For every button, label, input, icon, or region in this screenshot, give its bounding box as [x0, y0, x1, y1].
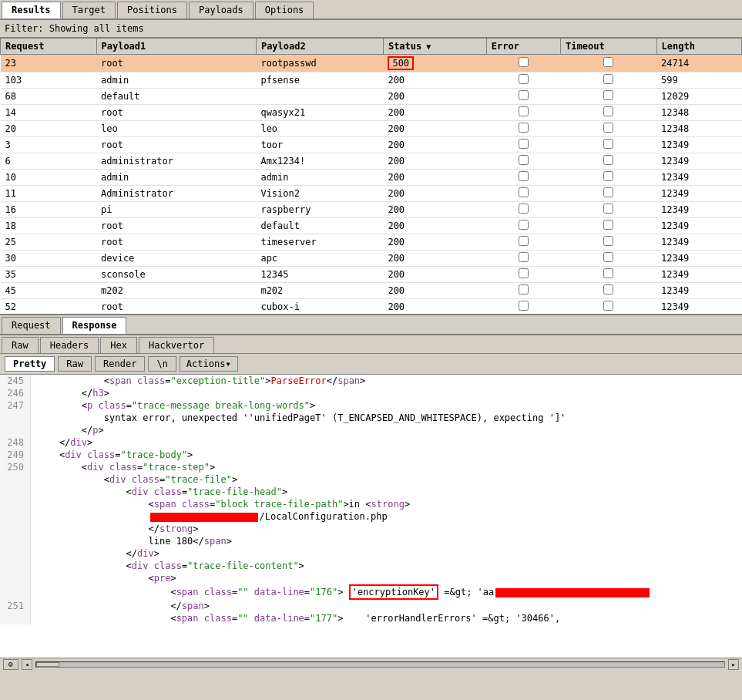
raw-button[interactable]: Raw	[58, 356, 92, 372]
table-row[interactable]: 45m202m20220012349	[1, 283, 742, 299]
line-content: <span class="block trace-file-path">in <…	[31, 498, 742, 510]
cell-length: 12349	[656, 218, 741, 234]
cell-error	[486, 137, 560, 153]
cell-length: 12348	[656, 105, 741, 121]
table-row[interactable]: 25roottimeserver20012349	[1, 234, 742, 251]
cell-status: 200	[383, 202, 486, 218]
cell-error	[486, 299, 560, 315]
line-number	[0, 510, 31, 523]
line-content: <p class="trace-message break-long-words…	[31, 399, 742, 412]
code-line-cont-8: line 180</span>	[0, 535, 742, 547]
tab-request[interactable]: Request	[2, 317, 61, 334]
actions-button[interactable]: Actions	[180, 356, 238, 372]
cell-payload2: m202	[256, 283, 383, 299]
line-content: <span class="exception-title">ParseError…	[31, 375, 742, 387]
cell-request: 18	[1, 218, 97, 234]
tab-response[interactable]: Response	[62, 317, 127, 334]
cell-request: 3	[1, 137, 97, 153]
code-line-cont-4: <div class="trace-file-head">	[0, 486, 742, 498]
cell-request: 6	[1, 153, 97, 170]
scroll-left-btn[interactable]: ◂	[22, 659, 32, 670]
line-number	[0, 547, 31, 560]
tab-options[interactable]: Options	[255, 2, 314, 19]
cell-payload1: sconsole	[96, 267, 256, 283]
code-line-cont-13: <span class="" data-line="177"> 'errorHa…	[0, 612, 742, 624]
tab-raw[interactable]: Raw	[2, 337, 39, 353]
cell-error	[486, 72, 560, 89]
col-status[interactable]: Status	[383, 39, 486, 55]
table-row[interactable]: 30deviceapc20012349	[1, 251, 742, 267]
render-button[interactable]: Render	[95, 356, 145, 372]
line-number	[0, 535, 31, 547]
pretty-button[interactable]: Pretty	[5, 356, 55, 372]
settings-icon[interactable]: ⚙	[3, 659, 18, 670]
col-payload2[interactable]: Payload2	[256, 39, 383, 55]
cell-error	[486, 267, 560, 283]
line-content: <span class="" data-line="176"> 'encrypt…	[31, 584, 742, 600]
col-error[interactable]: Error	[486, 39, 560, 55]
col-payload1[interactable]: Payload1	[96, 39, 256, 55]
cell-error	[486, 105, 560, 121]
code-line-cont-11: <pre>	[0, 572, 742, 584]
results-table: Request Payload1 Payload2 Status Error T…	[0, 38, 742, 315]
cell-payload2: raspberry	[256, 202, 383, 218]
code-line-cont-3: <div class="trace-file">	[0, 473, 742, 486]
line-content: </div>	[31, 547, 742, 560]
scroll-right-btn[interactable]: ▸	[728, 659, 739, 670]
line-number	[0, 523, 31, 535]
table-row[interactable]: 3roottoor20012349	[1, 137, 742, 153]
table-row[interactable]: 14rootqwasyx2120012348	[1, 105, 742, 121]
cell-request: 16	[1, 202, 97, 218]
cell-payload1: root	[96, 218, 256, 234]
tab-hex[interactable]: Hex	[100, 337, 137, 353]
tab-hackvertor[interactable]: Hackvertor	[139, 337, 214, 353]
cell-error	[486, 55, 560, 72]
line-content: line 180</span>	[31, 535, 742, 547]
cell-payload1: device	[96, 251, 256, 267]
scroll-track[interactable]	[35, 661, 725, 668]
table-row[interactable]: 68default20012029	[1, 89, 742, 105]
cell-payload2: timeserver	[256, 234, 383, 251]
cell-payload1: administrator	[96, 153, 256, 170]
tab-results[interactable]: Results	[2, 2, 61, 19]
tab-positions[interactable]: Positions	[117, 2, 187, 19]
cell-payload2: leo	[256, 121, 383, 137]
cell-request: 68	[1, 89, 97, 105]
table-row[interactable]: 6administratorAmx1234!20012349	[1, 153, 742, 170]
cell-length: 12349	[656, 170, 741, 186]
cell-request: 45	[1, 283, 97, 299]
cell-request: 23	[1, 55, 97, 72]
tab-target[interactable]: Target	[62, 2, 116, 19]
table-row[interactable]: 16piraspberry20012349	[1, 202, 742, 218]
tab-payloads[interactable]: Payloads	[189, 2, 253, 19]
col-request[interactable]: Request	[1, 39, 97, 55]
cell-length: 12349	[656, 234, 741, 251]
cell-request: 14	[1, 105, 97, 121]
cell-timeout	[561, 186, 657, 202]
tab-headers[interactable]: Headers	[40, 337, 99, 353]
scroll-thumb[interactable]	[36, 662, 59, 667]
table-row[interactable]: 11AdministratorVision220012349	[1, 186, 742, 202]
table-row[interactable]: 10adminadmin20012349	[1, 170, 742, 186]
table-row[interactable]: 103adminpfsense200599	[1, 72, 742, 89]
code-line-cont-9: </div>	[0, 547, 742, 560]
cell-status: 200	[383, 137, 486, 153]
cell-timeout	[561, 202, 657, 218]
scrollbar-area: ⚙ ◂ ▸	[0, 658, 742, 670]
col-timeout[interactable]: Timeout	[561, 39, 657, 55]
newline-button[interactable]: \n	[148, 356, 176, 372]
line-content: </div>	[31, 436, 742, 449]
code-line-cont-5: <span class="block trace-file-path">in <…	[0, 498, 742, 510]
line-number: 245	[0, 375, 31, 387]
cell-request: 103	[1, 72, 97, 89]
cell-length: 599	[656, 72, 741, 89]
table-row[interactable]: 35sconsole1234520012349	[1, 267, 742, 283]
col-length[interactable]: Length	[656, 39, 741, 55]
table-row[interactable]: 23rootrootpasswd50024714	[1, 55, 742, 72]
table-row[interactable]: 52rootcubox-i20012349	[1, 299, 742, 315]
cell-timeout	[561, 299, 657, 315]
cell-payload2	[256, 89, 383, 105]
cell-status: 200	[383, 267, 486, 283]
table-row[interactable]: 20leoleo20012348	[1, 121, 742, 137]
table-row[interactable]: 18rootdefault20012349	[1, 218, 742, 234]
